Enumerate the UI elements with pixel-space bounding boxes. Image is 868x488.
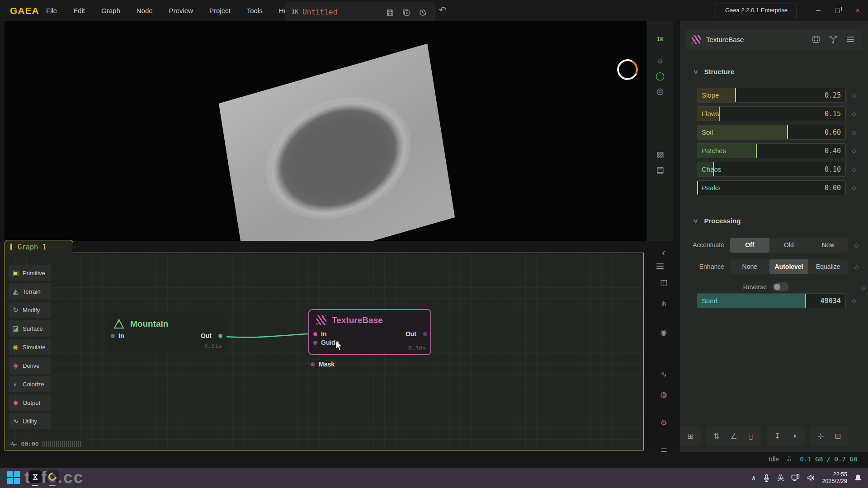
snapshot-button[interactable]: ⊞ <box>682 432 699 441</box>
close-button[interactable]: × <box>852 5 863 16</box>
port-in-dot[interactable] <box>111 334 115 338</box>
undo-icon[interactable]: ↶ <box>437 4 448 16</box>
network-icon[interactable] <box>791 474 800 482</box>
node-texturebase[interactable]: TextureBase In Guide Out 0.30s <box>308 309 431 355</box>
drop-to-ground-button[interactable]: ↧ <box>769 432 786 441</box>
menu-project[interactable]: Project <box>201 0 239 21</box>
accentuate-option-old[interactable]: Old <box>769 238 809 253</box>
save-icon[interactable] <box>385 7 396 18</box>
slider-handle[interactable] <box>756 144 757 158</box>
slider-slope[interactable]: Slope0.25 <box>697 88 846 103</box>
viewport-3d[interactable] <box>5 21 646 241</box>
node-mountain[interactable]: Mountain In Out 0.51s <box>106 313 226 353</box>
taskbar-app-ring[interactable] <box>46 470 59 483</box>
slider-patches[interactable]: Patches0.40 <box>697 143 846 158</box>
menu-preview[interactable]: Preview <box>161 0 201 21</box>
section-processing[interactable]: ∨ Processing <box>693 217 741 225</box>
slider-handle[interactable] <box>697 181 698 195</box>
lighting-sphere-icon[interactable]: ◯ <box>656 71 665 80</box>
notifications-bell-icon[interactable] <box>854 474 862 482</box>
water-icon[interactable]: ◎ <box>656 87 664 96</box>
param-diamond-icon[interactable]: ◇ <box>852 92 856 99</box>
param-diamond-icon[interactable]: ◇ <box>852 147 856 154</box>
history-icon[interactable] <box>417 7 428 18</box>
param-diamond-icon[interactable]: ◇ <box>852 184 856 191</box>
accentuate-option-off[interactable]: Off <box>730 238 769 253</box>
category-colorize[interactable]: ◐Colorize <box>9 376 51 392</box>
restore-button[interactable] <box>833 5 844 16</box>
node-tree-icon[interactable] <box>827 33 839 45</box>
fullscreen-button[interactable]: ⊡ <box>829 432 846 441</box>
seed-handle[interactable] <box>805 294 806 308</box>
taskbar-clock[interactable]: 22:55 2025/7/29 <box>822 471 847 485</box>
param-diamond-icon[interactable]: ◇ <box>852 297 856 304</box>
version-button[interactable]: Gaea 2.2.0.1 Enterprise <box>716 4 797 17</box>
fit-view-button[interactable]: ⊹ <box>812 432 829 441</box>
node-graph-canvas[interactable]: ▣Primitive◭Terrain↻Modify◪Surface◉Simula… <box>5 253 644 450</box>
exposure-icon[interactable]: ☼ <box>656 56 664 65</box>
material-view-icon[interactable]: ▨ <box>656 150 664 159</box>
param-diamond-icon[interactable]: ◇ <box>854 263 859 270</box>
graph-timeline[interactable]: 00:00 <box>6 438 85 450</box>
category-modify[interactable]: ↻Modify <box>9 302 51 318</box>
category-derive[interactable]: ◈Derive <box>9 357 51 374</box>
graph-tab[interactable]: Graph 1 <box>5 240 73 253</box>
node-map-icon[interactable]: ⋔ <box>660 299 667 309</box>
port-out-dot[interactable] <box>423 332 427 336</box>
param-diamond-icon[interactable]: ◇ <box>852 166 856 173</box>
erosion-icon[interactable]: ◉ <box>660 328 667 337</box>
seed-slider[interactable]: Seed 49034 <box>697 293 846 308</box>
accentuate-option-new[interactable]: New <box>808 238 848 253</box>
microphone-icon[interactable] <box>763 474 770 482</box>
contrast-button[interactable]: ◑ <box>786 432 803 441</box>
category-utility[interactable]: ∿Utility <box>9 413 51 429</box>
category-surface[interactable]: ◪Surface <box>9 320 51 337</box>
category-output[interactable]: ◆Output <box>9 394 51 411</box>
hidden-icons-chevron[interactable]: ∧ <box>751 474 756 482</box>
collapse-panel-icon[interactable]: ‹ <box>662 247 665 259</box>
param-diamond-icon[interactable]: ◇ <box>852 129 856 136</box>
slider-peaks[interactable]: Peaks0.00 <box>697 180 846 195</box>
minimize-button[interactable]: – <box>812 5 824 16</box>
category-simulate[interactable]: ◉Simulate <box>9 339 51 355</box>
menu-node[interactable]: Node <box>128 0 161 21</box>
engine-icon[interactable]: ⚙ <box>660 418 667 428</box>
lasso-icon[interactable]: ∿ <box>660 370 667 379</box>
param-diamond-icon[interactable]: ◇ <box>861 284 865 291</box>
port-mask[interactable]: Mask <box>311 361 335 368</box>
viewport-resolution-badge[interactable]: 1K <box>656 36 664 42</box>
category-terrain[interactable]: ◭Terrain <box>9 283 51 300</box>
angle-button[interactable]: ∠ <box>725 432 742 441</box>
enhance-option-autolevel[interactable]: Autolevel <box>769 259 809 274</box>
menu-file[interactable]: File <box>38 0 65 21</box>
flask-icon[interactable]: ◍ <box>660 390 667 399</box>
document-tab[interactable]: 1K Untitled <box>285 2 435 21</box>
enhance-option-none[interactable]: None <box>730 259 769 274</box>
layout-icon[interactable] <box>810 33 822 45</box>
slider-handle[interactable] <box>735 88 736 102</box>
start-button[interactable] <box>7 471 21 485</box>
sort-ports-button[interactable]: ⇅ <box>708 432 725 441</box>
param-diamond-icon[interactable]: ◇ <box>854 242 859 249</box>
taskbar-app-capcut[interactable]: ⋈ <box>29 470 42 483</box>
save-as-icon[interactable] <box>401 7 412 18</box>
timeline-ticks[interactable] <box>42 441 81 447</box>
slider-soil[interactable]: Soil0.60 <box>697 125 846 140</box>
reverse-toggle[interactable] <box>773 282 789 291</box>
port-in-dot[interactable] <box>313 332 317 336</box>
section-structure[interactable]: ∨ Structure <box>693 68 734 75</box>
properties-menu-icon[interactable] <box>844 33 856 45</box>
enhance-option-equalize[interactable]: Equalize <box>808 259 848 274</box>
port-mask-dot[interactable] <box>311 362 315 366</box>
category-primitive[interactable]: ▣Primitive <box>9 265 51 281</box>
ruler-button[interactable]: ▯ <box>742 432 760 441</box>
menu-edit[interactable]: Edit <box>65 0 93 21</box>
slider-handle[interactable] <box>787 125 788 139</box>
library-icon[interactable]: ◫ <box>660 278 667 287</box>
measure-icon[interactable]: ▤ <box>656 165 664 174</box>
param-diamond-icon[interactable]: ◇ <box>852 110 856 117</box>
volume-icon[interactable] <box>807 474 815 481</box>
menu-graph[interactable]: Graph <box>93 0 128 21</box>
menu-tools[interactable]: Tools <box>239 0 271 21</box>
ime-indicator[interactable]: 英 <box>777 474 784 482</box>
